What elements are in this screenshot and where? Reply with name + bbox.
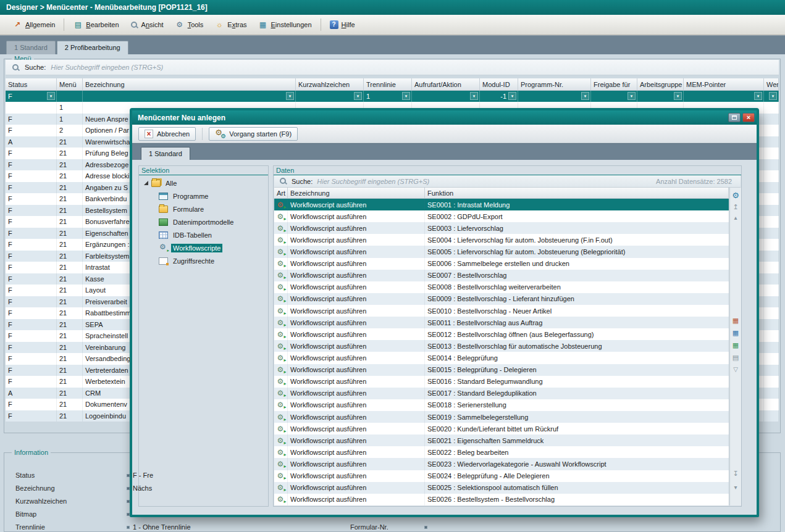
data-row[interactable]: Workflowscript ausführenSE0021 : Eigensc…	[274, 434, 729, 446]
data-row[interactable]: Workflowscript ausführenSE0006 : Sammelb…	[274, 258, 729, 270]
tab-1-standard[interactable]: 1 Standard	[6, 41, 56, 54]
filter-cell-menü[interactable]	[57, 91, 83, 102]
filter-cell-programm-nr[interactable]: ▼	[518, 91, 591, 102]
filter-cell-bezeichnung[interactable]: ▼	[83, 91, 296, 102]
scroll-bottom-icon[interactable]: ↧	[731, 470, 740, 477]
data-row[interactable]: Workflowscript ausführenSE0017 : Standar…	[274, 388, 729, 399]
daten-search-input[interactable]	[317, 178, 652, 185]
cell-bezeichnung: Workflowscript ausführen	[288, 352, 425, 364]
tree-item-alle[interactable]: Alle	[140, 177, 267, 189]
tree-item-programme[interactable]: Programme	[140, 189, 267, 202]
column-header-programm-nr[interactable]: Programm-Nr.	[518, 78, 591, 90]
dropdown-arrow-icon[interactable]: ▼	[402, 92, 410, 100]
dropdown-arrow-icon[interactable]: ▼	[581, 92, 589, 100]
filter-cell-freigabe-für[interactable]: ▼	[591, 91, 637, 102]
pin-top-icon[interactable]: ▴	[731, 215, 740, 221]
data-row[interactable]: Workflowscript ausführenSE0025 : Selekti…	[274, 482, 729, 494]
column-chooser-icon[interactable]: ⚙	[731, 191, 740, 199]
data-row[interactable]: Workflowscript ausführenSE0012 : Bestell…	[274, 328, 729, 340]
data-row[interactable]: Workflowscript ausführenSE0014 : Belegpr…	[274, 352, 729, 364]
column-header-kurzwahlzeichen[interactable]: Kurzwahlzeichen	[296, 78, 364, 90]
tab-2-profibearbeitung[interactable]: 2 Profibearbeitung	[57, 41, 128, 54]
dialog-tab-1-standard[interactable]: 1 Standard	[141, 147, 190, 160]
filter-cell-aufrufart-aktion[interactable]: ▼	[412, 91, 480, 102]
menu-item-tools[interactable]: Tools	[170, 18, 209, 32]
column-header-mem-pointer[interactable]: MEM-Pointer	[684, 78, 764, 90]
dropdown-arrow-icon[interactable]: ▼	[754, 92, 762, 100]
dropdown-arrow-icon[interactable]: ▼	[47, 92, 55, 100]
data-row[interactable]: Workflowscript ausführenSE0004 : Lieferv…	[274, 234, 729, 246]
menu-item-extras[interactable]: Extras	[209, 18, 251, 32]
dropdown-arrow-icon[interactable]: ▼	[674, 92, 682, 100]
data-row[interactable]: Workflowscript ausführenSE0005 : Lieferv…	[274, 246, 729, 257]
column-header-art[interactable]: Art	[274, 188, 288, 198]
filter-cell-wer[interactable]: ▼	[764, 91, 779, 102]
filter-cell-modul-id[interactable]: -1▼	[480, 91, 518, 102]
column-header-bezeichnung[interactable]: Bezeichnung	[83, 78, 296, 90]
menu-item-einstellungen[interactable]: Einstellungen	[253, 18, 317, 32]
data-row[interactable]: Workflowscript ausführenSE0011 : Bestell…	[274, 317, 729, 328]
data-row[interactable]: Workflowscript ausführenSE0013 : Bestell…	[274, 340, 729, 352]
tree-item-workflowscripte[interactable]: Workflowscripte	[140, 241, 267, 254]
menu-item-ansicht[interactable]: Ansicht	[125, 19, 169, 31]
data-row[interactable]: Workflowscript ausführenSE0007 : Bestell…	[274, 270, 729, 281]
column-header-modul-id[interactable]: Modul-ID	[480, 78, 518, 90]
column-header-menü[interactable]: Menü	[57, 78, 83, 90]
layout-1-icon[interactable]: ▦	[731, 317, 740, 324]
tree-item-datenimportmodelle[interactable]: Datenimportmodelle	[140, 215, 267, 228]
dropdown-arrow-icon[interactable]: ▼	[628, 92, 636, 100]
layout-4-icon[interactable]: ▤	[731, 354, 740, 361]
dropdown-arrow-icon[interactable]: ▼	[354, 92, 362, 100]
data-row[interactable]: Workflowscript ausführenSE0024 : Belegpr…	[274, 470, 729, 482]
tree-item-formulare[interactable]: Formulare	[140, 202, 267, 215]
column-header-arbeitsgruppe[interactable]: Arbeitsgruppe	[637, 78, 684, 90]
dropdown-arrow-icon[interactable]: ▼	[769, 92, 777, 100]
vorgang-starten-button[interactable]: Vorgang starten (F9)	[209, 127, 298, 141]
column-header-wer[interactable]: Wer	[764, 78, 779, 90]
restore-button[interactable]	[728, 113, 741, 122]
dropdown-arrow-icon[interactable]: ▼	[508, 92, 516, 100]
menu-item-allgemein[interactable]: Allgemein	[7, 18, 60, 32]
data-row[interactable]: Workflowscript ausführenSE0016 : Standar…	[274, 376, 729, 388]
scroll-top-icon[interactable]: ↥	[731, 204, 740, 210]
data-row[interactable]: Workflowscript ausführenSE0008 : Bestell…	[274, 281, 729, 293]
column-header-funktion[interactable]: Funktion	[425, 188, 729, 198]
layout-3-icon[interactable]: ▦	[731, 342, 740, 349]
column-header-trennlinie[interactable]: Trennlinie	[364, 78, 412, 90]
layout-2-icon[interactable]: ▦	[731, 330, 740, 336]
data-row[interactable]: Workflowscript ausführenSE0003 : Lieferv…	[274, 222, 729, 234]
filter-icon[interactable]: ▽	[731, 367, 740, 373]
filter-cell-arbeitsgruppe[interactable]: ▼	[637, 91, 684, 102]
abbrechen-button[interactable]: Abbrechen	[138, 127, 196, 141]
data-row[interactable]: Workflowscript ausführenSE0002 : GDPdU-E…	[274, 210, 729, 222]
dropdown-arrow-icon[interactable]: ▼	[286, 92, 294, 100]
column-header-bezeichnung[interactable]: Bezeichnung	[288, 188, 425, 198]
data-row[interactable]: Workflowscript ausführenSE0001 : Intrast…	[274, 199, 729, 210]
column-header-freigabe-für[interactable]: Freigabe für	[591, 78, 637, 90]
filter-cell-status[interactable]: F▼	[6, 91, 57, 102]
data-row[interactable]: Workflowscript ausführenSE0009 : Bestell…	[274, 293, 729, 305]
data-row[interactable]: Workflowscript ausführenSE0022 : Beleg b…	[274, 446, 729, 458]
menu-item-bearbeiten[interactable]: Bearbeiten	[68, 18, 124, 32]
column-header-aufrufart-aktion[interactable]: Aufrufart/Aktion	[412, 78, 480, 90]
menu-item-hilfe[interactable]: Hilfe	[325, 18, 360, 31]
data-row[interactable]: Workflowscript ausführenSE0015 : Belegpr…	[274, 364, 729, 376]
menu-search-input[interactable]	[51, 64, 779, 71]
filter-cell-trennlinie[interactable]: 1▼	[364, 91, 412, 102]
data-row[interactable]: Workflowscript ausführenSE0023 : Wiederv…	[274, 458, 729, 470]
tree-item-idb-tabellen[interactable]: IDB-Tabellen	[140, 228, 267, 241]
dropdown-arrow-icon[interactable]: ▼	[470, 92, 478, 100]
data-row[interactable]: Workflowscript ausführenSE0010 : Bestell…	[274, 305, 729, 317]
filter-cell-kurzwahlzeichen[interactable]: ▼	[296, 91, 364, 102]
tree-item-zugriffsrechte[interactable]: Zugriffsrechte	[140, 254, 267, 267]
filter-cell-mem-pointer[interactable]: ▼	[684, 91, 764, 102]
data-row[interactable]: Workflowscript ausführenSE0020 : Kunde/L…	[274, 423, 729, 434]
close-button[interactable]: ×	[742, 113, 755, 122]
cell	[764, 307, 779, 319]
column-header-status[interactable]: Status	[6, 78, 57, 90]
data-row[interactable]: Workflowscript ausführenSE0018 : Seriene…	[274, 399, 729, 411]
pin-bottom-icon[interactable]: ▾	[731, 484, 740, 491]
data-row[interactable]: Workflowscript ausführenSE0019 : Sammelb…	[274, 411, 729, 423]
collapse-expander-icon[interactable]	[144, 181, 148, 185]
data-row[interactable]: Workflowscript ausführenSE0026 : Bestell…	[274, 494, 729, 505]
